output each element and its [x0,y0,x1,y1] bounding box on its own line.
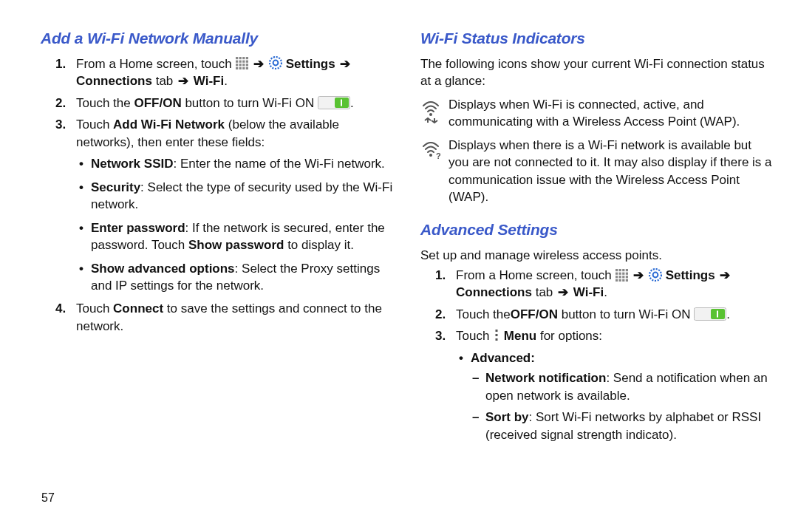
svg-rect-11 [246,64,248,66]
bullet-security: Security: Select the type of security us… [79,179,395,214]
svg-rect-39 [626,279,628,281]
text: Touch [456,329,493,343]
svg-rect-14 [243,67,245,69]
svg-rect-34 [623,276,625,278]
svg-rect-6 [243,61,245,63]
status-intro: The following icons show your current Wi… [420,55,774,90]
arrow-icon: ➔ [177,74,190,88]
apps-icon [235,56,248,69]
offon-bold: OFF/ON [134,96,181,110]
menu-dots-icon [493,329,500,342]
connect-bold: Connect [113,301,163,316]
text: From a Home screen, touch [456,268,615,282]
arrow-icon: ➔ [556,285,570,299]
advanced-label: Advanced: [471,351,535,365]
label: Show advanced options [91,262,235,276]
svg-rect-38 [623,279,625,281]
left-step-3: Touch Add Wi-Fi Network (below the avail… [55,116,395,294]
offon-bold: OFF/ON [511,307,558,321]
wifi-active-icon [420,96,441,126]
svg-point-41 [652,272,658,277]
label: Sort by [485,410,529,424]
connections-bold: Connections [456,285,532,299]
svg-rect-7 [246,61,248,63]
svg-rect-3 [246,57,248,59]
text: button to turn Wi-Fi ON [182,96,318,110]
tab-word: tab [532,285,556,299]
indicator-connected-desc: Displays when Wi-Fi is connected, active… [449,96,774,131]
svg-rect-37 [619,279,621,281]
svg-point-21 [429,113,432,116]
text: Touch the [76,96,134,110]
indicator-available-desc: Displays when there is a Wi-Fi network i… [449,137,774,206]
left-step-4: Touch Connect to save the settings and c… [55,300,395,335]
toggle-on-icon [318,96,350,109]
tab-word: tab [152,74,177,88]
heading-status-indicators: Wi-Fi Status Indicators [420,28,774,50]
right-step-2: Touch theOFF/ON button to turn Wi-Fi ON … [435,306,774,323]
heading-add-wifi: Add a Wi-Fi Network Manually [41,28,395,50]
svg-rect-26 [623,269,625,271]
apps-icon [615,268,628,282]
svg-rect-44 [717,311,718,318]
label: Security [91,180,140,194]
arrow-icon: ➔ [338,57,352,71]
svg-rect-9 [239,64,242,66]
svg-rect-47 [496,338,498,341]
wifi-bold: Wi-Fi [194,74,224,88]
svg-rect-13 [239,67,242,69]
settings-bold: Settings [666,268,715,282]
svg-rect-30 [623,272,625,274]
settings-bold: Settings [286,57,335,71]
svg-rect-35 [626,276,628,278]
gear-icon [649,268,662,282]
svg-rect-29 [619,272,621,274]
svg-rect-36 [615,279,618,281]
arrow-icon: ➔ [632,268,645,282]
text: Touch [76,301,113,316]
svg-point-40 [649,269,661,281]
bullet-network-ssid: Network SSID: Enter the name of the Wi-F… [79,155,395,172]
indicator-available: ? Displays when there is a Wi-Fi network… [420,137,774,206]
label: Enter password [91,221,185,235]
svg-rect-20 [341,100,342,106]
indicator-connected: Displays when Wi-Fi is connected, active… [420,96,774,131]
svg-rect-32 [615,276,618,278]
bullet-advanced-options: Show advanced options: Select the Proxy … [79,260,395,295]
svg-rect-27 [626,269,628,271]
wifi-available-icon: ? [420,137,441,166]
bullet-advanced: Advanced: Network notification: Send a n… [459,349,774,443]
text: Touch [76,117,113,132]
arrow-icon: ➔ [252,57,265,71]
arrow-icon: ➔ [718,268,732,282]
advanced-intro: Set up and manage wireless access points… [420,247,774,264]
text: Touch the [456,307,511,321]
label: Network SSID [91,157,173,171]
svg-rect-24 [615,269,618,271]
gear-icon [269,56,282,69]
svg-point-22 [429,154,432,157]
menu-bold: Menu [504,329,536,343]
svg-rect-10 [243,64,245,66]
showpw-bold: Show password [188,238,284,252]
svg-rect-12 [236,67,238,69]
dash-network-notification: Network notification: Send a notificatio… [472,369,774,404]
text: button to turn Wi-Fi ON [558,307,694,321]
svg-rect-25 [619,269,621,271]
label: Network notification [485,371,606,385]
desc: to display it. [284,238,354,252]
svg-rect-28 [615,272,618,274]
svg-point-16 [270,57,282,69]
svg-rect-4 [236,61,238,63]
svg-rect-46 [496,334,498,336]
page-number: 57 [41,490,55,506]
svg-point-17 [273,61,278,66]
svg-rect-5 [239,61,242,63]
right-step-3: Touch Menu for options: Advanced: Networ… [435,327,774,443]
desc: : Enter the name of the Wi-Fi network. [173,157,384,171]
toggle-on-icon [694,307,726,321]
svg-text:?: ? [436,151,441,160]
svg-rect-2 [243,57,245,59]
wifi-bold: Wi-Fi [573,285,604,299]
left-step-1: From a Home screen, touch ➔ Settings ➔ C… [55,55,395,90]
